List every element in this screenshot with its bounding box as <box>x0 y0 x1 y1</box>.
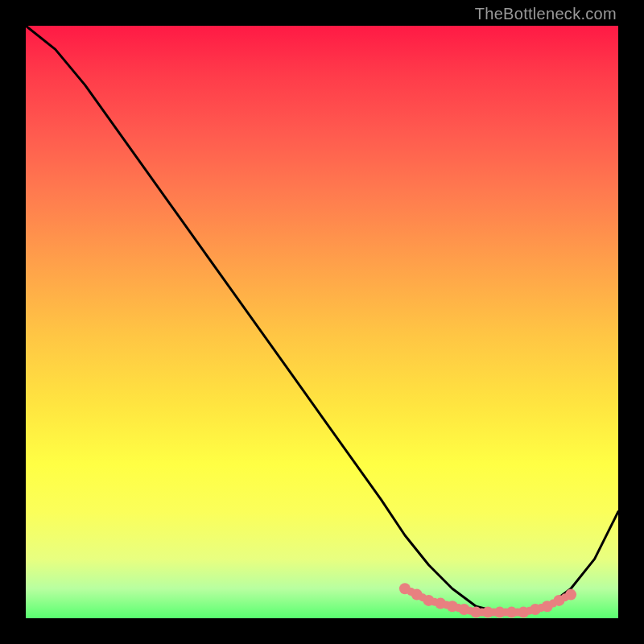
chart-container: TheBottleneck.com <box>0 0 644 644</box>
bottleneck-curve-path <box>26 26 618 613</box>
chart-svg <box>26 26 618 618</box>
plot-area <box>26 26 618 618</box>
marker-dot <box>565 589 576 601</box>
watermark-text: TheBottleneck.com <box>475 5 617 23</box>
